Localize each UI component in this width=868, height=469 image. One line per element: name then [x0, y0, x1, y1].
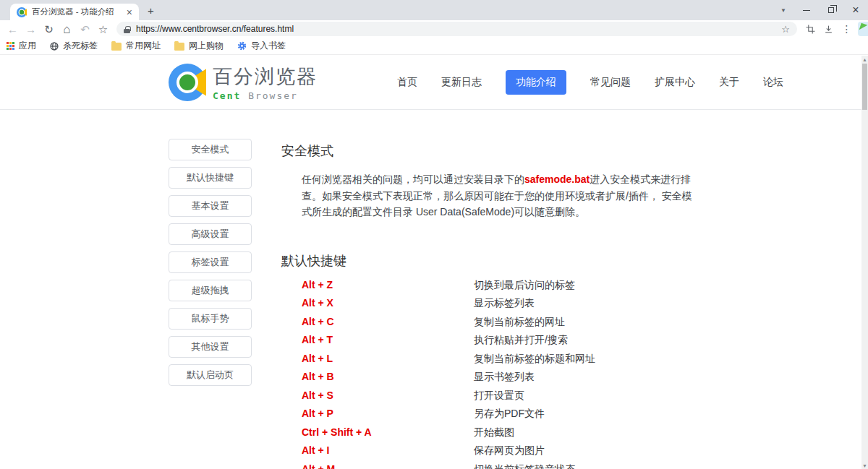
- nav-home[interactable]: 首页: [397, 76, 417, 89]
- nav-about[interactable]: 关于: [719, 76, 739, 89]
- undo-close-tab-icon[interactable]: ↶: [76, 21, 94, 37]
- safe-mode-paragraph: 任何浏览器相关的问题，均可以通过安装目录下的safemode.bat进入安全模式…: [302, 171, 696, 220]
- browser-toolbar: ← → ↻ ⌂ ↶ ☆ https://www.centbrowser.cn/f…: [0, 20, 868, 38]
- safemode-bat-highlight: safemode.bat: [524, 173, 590, 185]
- browser-tab[interactable]: 百分浏览器 - 功能介绍 ×: [10, 4, 139, 20]
- bookmark-star-icon[interactable]: ☆: [781, 24, 790, 35]
- sidebar-item-mouse-gestures[interactable]: 鼠标手势: [169, 308, 252, 330]
- back-icon[interactable]: ←: [4, 21, 22, 37]
- nav-faq[interactable]: 常见问题: [590, 76, 631, 89]
- brand-name-en: Cent Browser: [213, 90, 318, 101]
- cent-logo-icon: [169, 64, 206, 101]
- window-close-icon[interactable]: ×: [843, 0, 868, 20]
- minimize-icon[interactable]: [794, 0, 819, 20]
- bookmark-label: 常用网址: [126, 40, 161, 52]
- bookmark-label: 网上购物: [189, 40, 224, 52]
- scroll-up-icon[interactable]: ▲: [861, 56, 868, 63]
- main-nav: 首页 更新日志 功能介绍 常见问题 扩展中心 关于 论坛: [397, 70, 783, 95]
- page-content: 百分浏览器 Cent Browser 首页 更新日志 功能介绍 常见问题 扩展中…: [0, 56, 861, 469]
- favorites-star-icon[interactable]: ☆: [94, 21, 112, 37]
- new-tab-button[interactable]: +: [145, 4, 157, 17]
- reload-icon[interactable]: ↻: [40, 21, 58, 37]
- nav-forum[interactable]: 论坛: [763, 76, 783, 89]
- tab-menu-caret-icon[interactable]: ▼: [773, 0, 794, 20]
- globe-icon: [50, 42, 59, 51]
- apps-grid-icon: [7, 42, 14, 50]
- page-scrollbar[interactable]: ▲ ▼: [861, 56, 868, 469]
- gear-icon: [237, 41, 247, 51]
- title-bar: 百分浏览器 - 功能介绍 × + ▼ ×: [0, 0, 868, 20]
- sidebar-item-advanced-settings[interactable]: 高级设置: [169, 223, 252, 245]
- shortcut-row: Alt + X显示标签列表: [302, 298, 697, 308]
- bookmark-common-sites[interactable]: 常用网址: [111, 40, 161, 52]
- bookmark-label: 应用: [19, 40, 36, 52]
- section-title-shortcuts: 默认快捷键: [281, 252, 697, 270]
- scrollbar-thumb[interactable]: [862, 64, 867, 110]
- feature-sidebar: 安全模式 默认快捷键 基本设置 高级设置 标签设置 超级拖拽 鼠标手势 其他设置…: [169, 139, 252, 386]
- restore-icon[interactable]: [819, 0, 843, 20]
- shortcut-list: Alt + Z切换到最后访问的标签 Alt + X显示标签列表 Alt + C复…: [302, 280, 697, 469]
- url-text[interactable]: https://www.centbrowser.cn/features.html: [136, 24, 294, 34]
- nav-features[interactable]: 功能介绍: [506, 70, 566, 95]
- tab-close-icon[interactable]: ×: [127, 7, 132, 17]
- shortcut-row: Alt + C复制当前标签的网址: [302, 317, 697, 327]
- lock-icon[interactable]: [124, 26, 130, 33]
- extension-icon[interactable]: [858, 22, 868, 36]
- folder-icon: [111, 43, 122, 51]
- feature-main: 安全模式 任何浏览器相关的问题，均可以通过安装目录下的safemode.bat进…: [281, 139, 697, 469]
- bookmark-apps[interactable]: 应用: [7, 40, 36, 52]
- screenshot-crop-icon[interactable]: [801, 21, 820, 37]
- scroll-down-icon[interactable]: ▼: [861, 462, 868, 469]
- cent-favicon: [17, 7, 27, 17]
- sidebar-item-super-drag[interactable]: 超级拖拽: [169, 280, 252, 301]
- shortcut-row: Ctrl + Shift + A开始截图: [302, 427, 697, 437]
- bookmark-kill-tab[interactable]: 杀死标签: [50, 40, 98, 52]
- section-title-safe-mode: 安全模式: [281, 142, 697, 160]
- bookmarks-bar: 应用 杀死标签 常用网址 网上购物 导入书签: [0, 38, 868, 55]
- bookmark-label: 导入书签: [251, 40, 286, 52]
- shortcut-row: Alt + M切换当前标签静音状态: [302, 464, 697, 469]
- tab-title: 百分浏览器 - 功能介绍: [32, 7, 122, 17]
- shortcut-row: Alt + S打开设置页: [302, 390, 697, 400]
- bookmark-label: 杀死标签: [63, 40, 98, 52]
- bookmark-import[interactable]: 导入书签: [237, 40, 286, 52]
- cent-browser-logo[interactable]: 百分浏览器 Cent Browser: [169, 64, 318, 101]
- nav-changelog[interactable]: 更新日志: [441, 76, 482, 89]
- shortcut-row: Alt + B显示书签列表: [302, 371, 697, 382]
- shortcut-row: Alt + I保存网页为图片: [302, 445, 697, 455]
- download-icon[interactable]: [820, 21, 838, 37]
- brand-name-zh: 百分浏览器: [213, 64, 318, 90]
- home-icon[interactable]: ⌂: [58, 21, 76, 37]
- menu-dots-icon[interactable]: ⋮: [838, 21, 856, 37]
- nav-extensions[interactable]: 扩展中心: [655, 76, 695, 89]
- address-bar[interactable]: https://www.centbrowser.cn/features.html…: [116, 22, 797, 36]
- sidebar-item-shortcuts[interactable]: 默认快捷键: [169, 167, 252, 189]
- shortcut-row: Alt + L复制当前标签的标题和网址: [302, 353, 697, 363]
- shortcut-row: Alt + T执行粘贴并打开/搜索: [302, 335, 697, 345]
- forward-icon[interactable]: →: [22, 21, 40, 37]
- folder-icon: [174, 43, 184, 51]
- sidebar-item-other-settings[interactable]: 其他设置: [169, 336, 252, 358]
- sidebar-item-tab-settings[interactable]: 标签设置: [169, 251, 252, 273]
- bookmark-shopping[interactable]: 网上购物: [174, 40, 224, 52]
- shortcut-row: Alt + P另存为PDF文件: [302, 408, 697, 418]
- sidebar-item-startup-page[interactable]: 默认启动页: [169, 364, 252, 386]
- site-header: 百分浏览器 Cent Browser 首页 更新日志 功能介绍 常见问题 扩展中…: [0, 56, 861, 110]
- shortcut-row: Alt + Z切换到最后访问的标签: [302, 280, 697, 290]
- sidebar-item-basic-settings[interactable]: 基本设置: [169, 195, 252, 217]
- sidebar-item-safe-mode[interactable]: 安全模式: [169, 139, 252, 160]
